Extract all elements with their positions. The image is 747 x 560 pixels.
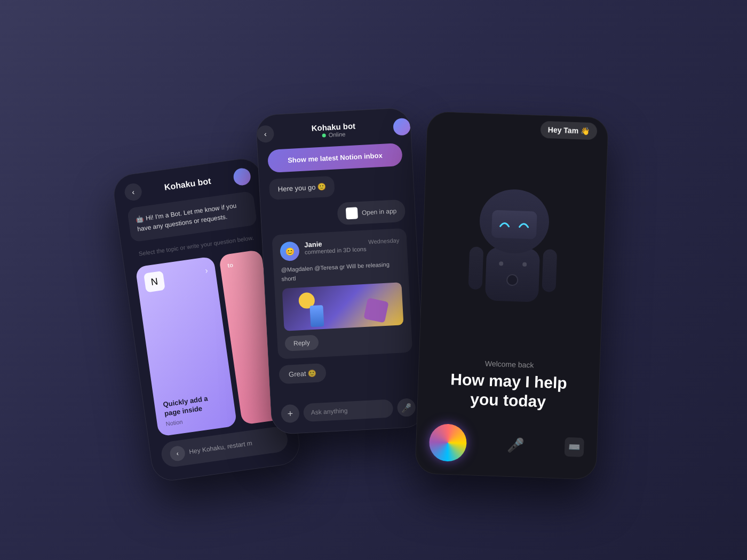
back-btn-bottom[interactable]: ‹	[169, 445, 186, 462]
shape-purple	[363, 298, 388, 323]
orb-ball[interactable]	[428, 423, 467, 462]
middle-header: ‹ Kohaku bot Online	[266, 119, 401, 141]
great-btn[interactable]: Great 🙂	[279, 363, 327, 385]
cards-row: N › Quickly add a page inside Notion to	[135, 250, 284, 437]
shape-blue	[309, 305, 324, 327]
notion-icon: N	[144, 271, 165, 293]
robot-illustration	[442, 155, 586, 320]
notion-card[interactable]: N › Quickly add a page inside Notion	[135, 257, 237, 437]
left-bot-name: Kohaku bot	[164, 177, 212, 193]
welcome-back-text: Welcome back	[435, 357, 583, 371]
welcome-section: Welcome back How may I help you today	[417, 346, 600, 424]
notion-icon-small: N	[345, 207, 357, 219]
robot-container	[442, 155, 586, 320]
comment-date: Wednesday	[368, 237, 399, 245]
avatar-middle	[393, 118, 411, 136]
pink-card-text: to	[227, 258, 256, 269]
bottom-actions: 🎤 ⌨️	[415, 418, 597, 479]
svg-rect-5	[491, 210, 537, 239]
svg-rect-1	[468, 246, 484, 290]
bot-greeting-text: 🤖 Hi! I'm a Bot. Let me know if you have…	[136, 199, 249, 234]
online-text: Online	[328, 131, 345, 138]
mic-large[interactable]: 🎤	[507, 436, 525, 453]
how-may-text: How may I help you today	[434, 369, 583, 413]
mic-btn-middle[interactable]: 🎤	[397, 398, 416, 417]
notion-arrow: ›	[204, 266, 209, 276]
left-input-text: Hey Kohaku, restart m	[189, 439, 253, 455]
middle-title-block: Kohaku bot Online	[266, 119, 401, 141]
svg-rect-2	[542, 249, 557, 292]
robot-section: Hey Tam 👋	[420, 111, 608, 353]
back-button-left[interactable]: ‹	[124, 182, 143, 202]
comment-body: @Magdalen @Teresa gr Will be releasing s…	[281, 259, 401, 283]
reply-btn[interactable]: Reply	[284, 335, 319, 351]
bot-greeting-box: 🤖 Hi! I'm a Bot. Let me know if you have…	[127, 191, 258, 243]
middle-input[interactable]: Ask anything	[303, 399, 394, 422]
open-in-app-btn[interactable]: N Open in app	[337, 199, 406, 226]
avatar-left	[233, 167, 252, 186]
svg-point-6	[507, 275, 518, 286]
phone-middle: ‹ Kohaku bot Online Show me latest Notio…	[256, 107, 427, 435]
comment-info: Janie Wednesday commented in 3D Icons	[304, 236, 400, 255]
comment-image	[282, 282, 404, 331]
middle-input-row: + Ask anything 🎤	[281, 398, 416, 423]
here-you-go-bubble: Here you go 🙂	[269, 176, 335, 200]
comment-header: 😊 Janie Wednesday commented in 3D Icons	[280, 236, 400, 261]
comment-avatar: 😊	[280, 241, 300, 261]
online-dot	[322, 133, 326, 137]
show-notion-btn[interactable]: Show me latest Notion inbox	[267, 143, 403, 173]
scene: ‹ Kohaku bot 🤖 Hi! I'm a Bot. Let me kno…	[0, 0, 747, 560]
keyboard-icon[interactable]: ⌨️	[565, 437, 584, 457]
comment-card: 😊 Janie Wednesday commented in 3D Icons …	[272, 228, 412, 359]
phone-right: Hey Tam 👋 Welcome back How may I help yo…	[415, 111, 609, 479]
plus-btn[interactable]: +	[281, 404, 300, 423]
hey-tam-bubble: Hey Tam 👋	[540, 121, 597, 140]
